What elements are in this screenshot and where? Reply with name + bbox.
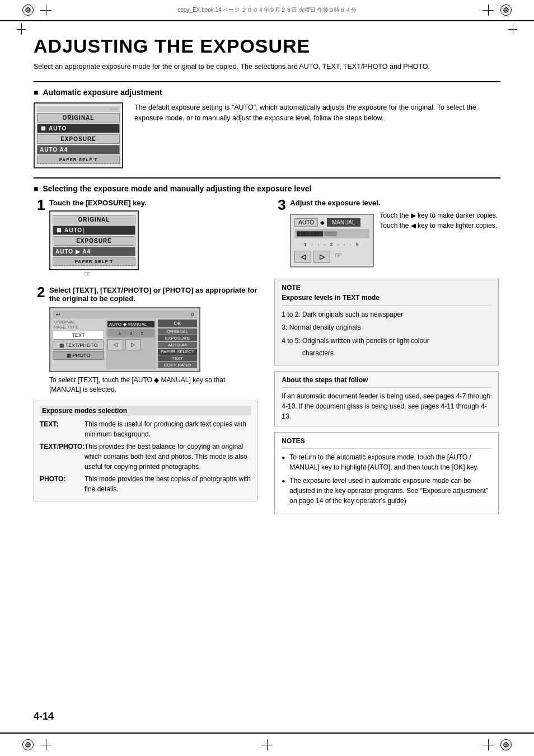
note-item-1: 3: Normal density originals bbox=[282, 322, 491, 334]
section1-desc: The default exposure setting is "AUTO", … bbox=[134, 102, 500, 168]
s1-auto-text: AUTO| bbox=[64, 227, 85, 233]
mode-text-desc: This mode is useful for producing dark t… bbox=[85, 419, 251, 439]
about-text: If an automatic document feeder is being… bbox=[282, 391, 491, 421]
s2-image-icon: ▦ bbox=[59, 342, 64, 348]
s1-auto: ▦ AUTO| bbox=[53, 226, 135, 235]
top-left-circle bbox=[22, 4, 34, 16]
s3-cursor: ☞ bbox=[335, 251, 342, 263]
steps-wrapper: 1 Touch the [EXPOSURE] key. ORIGINAL ▦ A… bbox=[34, 199, 500, 514]
step2-label: Select [TEXT], [TEXT/PHOTO] or [PHOTO] a… bbox=[49, 286, 257, 303]
s2-r-original: ORIGINAL bbox=[158, 328, 197, 335]
exposure-modes-table: Exposure modes selection TEXT: This mode… bbox=[34, 401, 257, 501]
s3-header: AUTO ◆ MANUAL bbox=[294, 218, 369, 227]
lcd-screen-auto: ○○○ ORIGINAL ▦ AUTO EXPOSURE AUTO A4 PAP… bbox=[34, 102, 123, 168]
mode-photo-name: PHOTO: bbox=[40, 474, 85, 494]
s3-buttons: ◁ ▷ ☞ bbox=[294, 251, 369, 263]
lcd-paper-row: PAPER SELF T bbox=[37, 156, 120, 164]
s2-zero: 0 bbox=[191, 312, 194, 317]
bottom-right-circle bbox=[500, 739, 512, 750]
s2-ok: OK bbox=[158, 320, 197, 327]
s2-r-copy: COPY RATIO bbox=[158, 362, 197, 368]
s2-middle-panel: AUTO ◆ MANUAL 1 · · · 3 · · · 5 ◁ ▷ bbox=[106, 320, 156, 369]
s2-manual-text: MANUAL bbox=[128, 322, 147, 327]
s3-dots-right: ▒▒▒▒ bbox=[324, 231, 337, 236]
notes-item-0: To return to the automatic exposure mode… bbox=[282, 452, 491, 472]
step3-desc: Touch the ▶ key to make darker copies. T… bbox=[380, 210, 498, 231]
s3-arrow: ◆ bbox=[320, 219, 325, 226]
lcd-auto-row: ▦ AUTO bbox=[37, 124, 120, 133]
page-wrapper: copy_EX.book 14 ページ ２００４年９月２８日 火曜日 午後９時５… bbox=[0, 0, 534, 756]
s2-main-area: ORIGINAL PAGE TYPE TEXT ▦ TEXT/PHOTO ▦ P… bbox=[53, 320, 197, 369]
bottom-left-marks bbox=[22, 739, 51, 750]
section2-divider bbox=[34, 177, 500, 179]
note-title: NOTE bbox=[282, 284, 491, 292]
step2-lcd: ↩ 0 ORIGINAL PAGE TYPE TEXT ▦ bbox=[49, 307, 200, 372]
about-divider bbox=[282, 387, 491, 388]
s2-left-btn[interactable]: ◁ bbox=[107, 339, 123, 350]
s2-btns: ◁ ▷ bbox=[107, 339, 154, 350]
step1-container: 1 Touch the [EXPOSURE] key. ORIGINAL ▦ A… bbox=[49, 199, 257, 270]
s2-text: TEXT bbox=[53, 331, 104, 340]
s2-auto-manual: AUTO ◆ MANUAL bbox=[107, 321, 154, 327]
s2-original-label: ORIGINAL bbox=[53, 320, 104, 325]
s1-exposure: EXPOSURE bbox=[53, 236, 135, 246]
s2-r-auto-a4: AUTO A4 bbox=[158, 342, 197, 348]
bottom-center-cross bbox=[261, 739, 273, 750]
section-divider bbox=[34, 81, 500, 82]
lcd-top-bar: ○○○ bbox=[37, 106, 120, 112]
mode-textphoto-desc: This provides the best balance for copyi… bbox=[85, 442, 251, 472]
step1-lcd: ORIGINAL ▦ AUTO| EXPOSURE AUTO ▶ A4 PAPE… bbox=[49, 210, 139, 270]
notes-divider bbox=[282, 448, 491, 449]
top-marks-row: copy_EX.book 14 ページ ２００４年９月２８日 火曜日 午後９時５… bbox=[0, 0, 534, 21]
s2-right-btn[interactable]: ▷ bbox=[125, 339, 141, 350]
s2-text-photo: ▦ TEXT/PHOTO bbox=[53, 341, 104, 350]
s3-scale-label: 1 · · · 3 · · · 5 bbox=[294, 241, 369, 248]
notes-box: NOTES To return to the automatic exposur… bbox=[274, 432, 498, 514]
lcd-auto-a4: AUTO A4 bbox=[40, 147, 68, 153]
touch-cursor-1: ☞ bbox=[84, 269, 91, 278]
intro-text: Select an appropriate exposure mode for … bbox=[34, 62, 500, 72]
s2-left-panels: ORIGINAL PAGE TYPE TEXT ▦ TEXT/PHOTO ▦ P… bbox=[53, 320, 104, 369]
lcd-exposure-row: EXPOSURE bbox=[37, 134, 120, 144]
s2-auto-text: AUTO bbox=[109, 322, 121, 327]
s3-manual: MANUAL bbox=[327, 218, 360, 227]
mode-textphoto-name: TEXT/PHOTO: bbox=[40, 442, 85, 472]
page-number: 4-14 bbox=[34, 711, 54, 722]
top-left-cross bbox=[40, 4, 51, 16]
s1-original: ORIGINAL bbox=[53, 215, 135, 224]
s1-paper: PAPER SELF T bbox=[53, 257, 135, 266]
s2-photo-icon: ▦ bbox=[67, 353, 72, 358]
s2-undo: ↩ bbox=[56, 312, 60, 317]
s2-photo-label: PHOTO bbox=[73, 353, 91, 358]
section2-heading: Selecting the exposure mode and manually… bbox=[34, 184, 500, 193]
section1-heading: Automatic exposure adjustment bbox=[34, 88, 500, 97]
step2-note: To select [TEXT], touch the [AUTO ◆ MANU… bbox=[49, 375, 257, 395]
s2-photo: ▦ PHOTO bbox=[53, 351, 104, 360]
mode-text-row: TEXT: This mode is useful for producing … bbox=[40, 419, 251, 439]
s3-btn-left[interactable]: ◁ bbox=[294, 251, 311, 263]
header-file-info: copy_EX.book 14 ページ ２００４年９月２８日 火曜日 午後９時５… bbox=[177, 6, 357, 14]
step3-lcd: AUTO ◆ MANUAL ▓▓▓▓▓▓▓▓ ▒▒▒▒ 1 · · · 3 · … bbox=[290, 214, 374, 267]
s3-auto: AUTO bbox=[294, 218, 318, 227]
side-marks-row bbox=[0, 21, 534, 30]
note-item-2: 4 to 5: Originals written with pencils o… bbox=[282, 335, 491, 359]
bottom-marks bbox=[0, 732, 534, 756]
bottom-right-cross bbox=[483, 739, 494, 750]
s2-r-exposure: EXPOSURE bbox=[158, 335, 197, 341]
step3-label: Adjust the exposure level. bbox=[290, 199, 498, 207]
s2-header: ↩ 0 bbox=[53, 311, 197, 318]
mode-text-name: TEXT: bbox=[40, 419, 85, 439]
top-right-cross bbox=[483, 4, 494, 16]
s3-slider: ▓▓▓▓▓▓▓▓ ▒▒▒▒ bbox=[294, 229, 369, 238]
note-box: NOTE Exposure levels in TEXT mode 1 to 2… bbox=[274, 279, 498, 365]
s2-r-paper: PAPER SELECT bbox=[158, 349, 197, 355]
mode-photo-row: PHOTO: This mode provides the best copie… bbox=[40, 474, 251, 494]
step3-description: Touch the ▶ key to make darker copies. T… bbox=[380, 210, 498, 231]
s3-btn-right[interactable]: ▷ bbox=[313, 251, 330, 263]
notes-item-1: The exposure level used in automatic exp… bbox=[282, 476, 491, 506]
notes-title: NOTES bbox=[282, 437, 491, 445]
notes-list: To return to the automatic exposure mode… bbox=[282, 452, 491, 506]
step1-number: 1 bbox=[37, 196, 45, 214]
section1-content: ○○○ ORIGINAL ▦ AUTO EXPOSURE AUTO A4 PAP… bbox=[34, 102, 500, 168]
note-subtitle: Exposure levels in TEXT mode bbox=[282, 294, 491, 302]
